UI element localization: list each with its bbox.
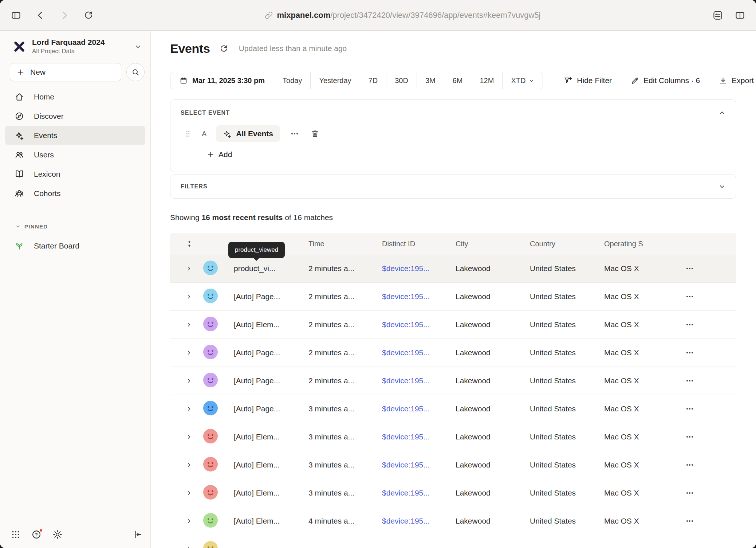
distinct-id-link[interactable]: $device:195... bbox=[382, 517, 456, 525]
country-cell: United States bbox=[530, 517, 604, 525]
address-bar[interactable]: mixpanel.com/project/3472420/view/397469… bbox=[93, 11, 712, 20]
apps-grid-button[interactable] bbox=[11, 530, 20, 539]
page-settings-button[interactable] bbox=[712, 10, 723, 21]
search-button[interactable] bbox=[126, 63, 145, 81]
range-button-yesterday[interactable]: Yesterday bbox=[310, 72, 359, 89]
row-actions-button[interactable] bbox=[665, 489, 736, 497]
pinned-section-header[interactable]: PINNED bbox=[15, 223, 150, 230]
column-header-country[interactable]: Country bbox=[530, 240, 604, 248]
browser-sidebar-toggle-button[interactable] bbox=[11, 10, 21, 20]
row-actions-button[interactable] bbox=[665, 404, 736, 413]
grid-icon bbox=[11, 530, 20, 539]
sidebar-item-cohorts[interactable]: Cohorts bbox=[5, 184, 145, 203]
new-button[interactable]: New bbox=[10, 63, 121, 81]
sidebar-item-users[interactable]: Users bbox=[5, 145, 145, 164]
collapse-section-button[interactable] bbox=[718, 109, 726, 117]
event-options-button[interactable] bbox=[290, 129, 299, 138]
table-row[interactable]: [Auto] Elem... 2 minutes a... $device:19… bbox=[170, 311, 736, 339]
range-button-6m[interactable]: 6M bbox=[444, 72, 471, 89]
hide-filter-button[interactable]: Hide Filter bbox=[564, 76, 612, 85]
avatar-face-icon bbox=[203, 261, 218, 275]
table-row[interactable]: [Auto] Elem... 3 minutes a... $device:19… bbox=[170, 423, 736, 451]
range-button-12m[interactable]: 12M bbox=[471, 72, 502, 89]
table-row[interactable]: [Auto] Elem... 4 minutes a... $device:19… bbox=[170, 507, 736, 535]
table-row[interactable]: [Auto] Elem... 3 minutes a... $device:19… bbox=[170, 479, 736, 507]
expand-row-button[interactable] bbox=[170, 349, 201, 356]
events-table: Time Distinct ID City Country Operating … bbox=[170, 233, 736, 548]
row-actions-button[interactable] bbox=[665, 545, 736, 548]
range-button-3m[interactable]: 3M bbox=[417, 72, 444, 89]
delete-event-button[interactable] bbox=[311, 129, 319, 138]
event-chip-label: All Events bbox=[236, 129, 273, 138]
range-button-xtd[interactable]: XTD bbox=[502, 72, 543, 89]
range-button-30d[interactable]: 30D bbox=[386, 72, 417, 89]
sidebar-item-home[interactable]: Home bbox=[5, 87, 145, 106]
table-row[interactable] bbox=[170, 535, 736, 548]
add-event-button[interactable]: Add bbox=[207, 150, 232, 159]
table-row[interactable]: [Auto] Elem... 3 minutes a... $device:19… bbox=[170, 451, 736, 479]
sidebar-item-discover[interactable]: Discover bbox=[5, 106, 145, 126]
time-cell: 2 minutes a... bbox=[308, 320, 382, 329]
avatar-face-icon bbox=[203, 373, 218, 387]
table-row[interactable]: [Auto] Page... 2 minutes a... $device:19… bbox=[170, 367, 736, 395]
collapse-sidebar-button[interactable] bbox=[133, 530, 142, 539]
expand-row-button[interactable] bbox=[170, 546, 201, 548]
table-row[interactable]: [Auto] Page... 2 minutes a... $device:19… bbox=[170, 283, 736, 311]
column-header-city[interactable]: City bbox=[456, 240, 530, 248]
more-horizontal-icon bbox=[685, 404, 694, 413]
range-button-7d[interactable]: 7D bbox=[360, 72, 386, 89]
avatar-cell bbox=[201, 317, 225, 333]
date-picker-button[interactable]: Mar 11, 2025 3:30 pm bbox=[170, 72, 274, 89]
table-row[interactable]: [Auto] Page... 2 minutes a... $device:19… bbox=[170, 339, 736, 367]
export-button[interactable]: Export bbox=[719, 76, 754, 85]
collapse-rows-button[interactable] bbox=[170, 240, 225, 247]
row-actions-button[interactable] bbox=[665, 432, 736, 441]
expand-row-button[interactable] bbox=[170, 377, 201, 384]
row-actions-button[interactable] bbox=[665, 517, 736, 525]
event-selector-chip[interactable]: All Events bbox=[216, 125, 280, 142]
distinct-id-link[interactable]: $device:195... bbox=[382, 461, 456, 469]
distinct-id-link[interactable]: $device:195... bbox=[382, 489, 456, 497]
row-actions-button[interactable] bbox=[665, 320, 736, 329]
row-actions-button[interactable] bbox=[665, 348, 736, 357]
row-actions-button[interactable] bbox=[665, 461, 736, 469]
distinct-id-link[interactable]: $device:195... bbox=[382, 348, 456, 357]
table-row[interactable]: [Auto] Page... 3 minutes a... $device:19… bbox=[170, 395, 736, 423]
expand-row-button[interactable] bbox=[170, 406, 201, 412]
drag-handle[interactable] bbox=[185, 130, 191, 138]
distinct-id-link[interactable]: $device:195... bbox=[382, 320, 456, 329]
column-header-os[interactable]: Operating S bbox=[604, 240, 665, 248]
project-switcher[interactable]: Lord Farquaad 2024 All Project Data bbox=[0, 31, 150, 55]
distinct-id-link[interactable]: $device:195... bbox=[382, 376, 456, 385]
expand-row-button[interactable] bbox=[170, 462, 201, 468]
expand-row-button[interactable] bbox=[170, 518, 201, 524]
distinct-id-link[interactable]: $device:195... bbox=[382, 404, 456, 413]
sidebar-item-lexicon[interactable]: Lexicon bbox=[5, 164, 145, 184]
expand-filters-button[interactable] bbox=[718, 183, 726, 190]
more-horizontal-icon bbox=[685, 320, 694, 329]
column-header-distinct-id[interactable]: Distinct ID bbox=[382, 240, 456, 248]
back-button[interactable] bbox=[36, 11, 45, 20]
sidebar-item-starter-board[interactable]: Starter Board bbox=[5, 236, 145, 255]
distinct-id-link[interactable]: $device:195... bbox=[382, 264, 456, 273]
settings-button[interactable] bbox=[52, 529, 63, 540]
row-actions-button[interactable] bbox=[665, 292, 736, 301]
expand-row-button[interactable] bbox=[170, 265, 201, 272]
expand-row-button[interactable] bbox=[170, 321, 201, 328]
split-view-button[interactable] bbox=[735, 10, 745, 20]
row-actions-button[interactable] bbox=[665, 264, 736, 273]
help-button[interactable]: ? bbox=[31, 529, 42, 540]
column-header-time[interactable]: Time bbox=[308, 240, 382, 248]
refresh-button[interactable] bbox=[220, 44, 228, 53]
expand-row-button[interactable] bbox=[170, 490, 201, 496]
reload-button[interactable] bbox=[84, 11, 93, 20]
edit-columns-button[interactable]: Edit Columns · 6 bbox=[631, 76, 700, 85]
distinct-id-link[interactable]: $device:195... bbox=[382, 432, 456, 441]
forward-button[interactable] bbox=[60, 11, 69, 20]
range-button-today[interactable]: Today bbox=[274, 72, 310, 89]
expand-row-button[interactable] bbox=[170, 434, 201, 440]
expand-row-button[interactable] bbox=[170, 293, 201, 300]
distinct-id-link[interactable]: $device:195... bbox=[382, 292, 456, 301]
row-actions-button[interactable] bbox=[665, 376, 736, 385]
sidebar-item-events[interactable]: Events bbox=[5, 126, 145, 145]
